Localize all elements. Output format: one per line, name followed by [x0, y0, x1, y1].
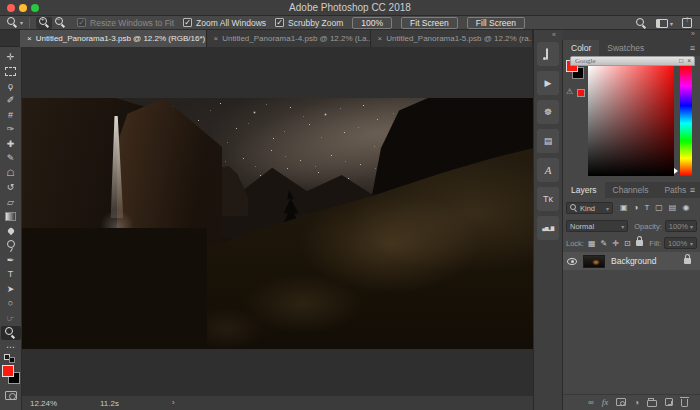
panel-tab[interactable]: Swatches	[599, 40, 652, 56]
close-tab-icon[interactable]: ×	[214, 34, 219, 43]
ellipse-tool[interactable]: ○	[1, 297, 21, 312]
delete-layer-icon[interactable]	[681, 399, 688, 407]
panel-menu-icon[interactable]: ≡	[690, 185, 695, 195]
status-options-chevron[interactable]: ›	[172, 398, 175, 407]
type-tool[interactable]: T	[1, 268, 21, 283]
link-layers-icon[interactable]: ∞	[588, 398, 594, 407]
filter-pin-icon[interactable]: ◉	[682, 204, 689, 212]
eraser-tool[interactable]: ▱	[1, 195, 21, 210]
filter-adjustment-layers-icon[interactable]: ◑	[634, 204, 639, 212]
path-selection-tool[interactable]: ➤	[1, 282, 21, 297]
history-panel-icon[interactable]	[537, 42, 559, 66]
clone-source-panel-icon[interactable]: ▤	[537, 129, 559, 153]
lock-artboard-icon[interactable]: ⊡	[624, 239, 631, 248]
add-layer-mask-icon[interactable]	[616, 398, 626, 406]
dodge-tool[interactable]	[1, 239, 21, 254]
status-bar: 12.24% 11.2s ›	[22, 396, 533, 410]
google-floating-window[interactable]: Google □ ×	[570, 56, 695, 66]
chevron-down-icon: ▾	[20, 19, 23, 26]
navigator-panel-icon[interactable]: ☸	[537, 100, 559, 124]
panel-tab[interactable]: Paths	[656, 182, 694, 198]
tool-preset-picker[interactable]: ▾	[7, 17, 23, 28]
google-restore-icon[interactable]: □	[679, 57, 683, 64]
move-tool[interactable]: ✛	[1, 50, 21, 65]
default-colors-icon[interactable]	[4, 354, 16, 362]
new-group-icon[interactable]	[647, 400, 657, 407]
panel-tab[interactable]: Layers	[563, 182, 605, 198]
lock-label: Lock:	[566, 239, 584, 248]
google-window-title: Google	[575, 57, 596, 65]
gamut-color-chip[interactable]	[577, 89, 585, 97]
layer-style-icon[interactable]: fx	[602, 397, 609, 407]
fit-screen-button[interactable]: Fit Screen	[401, 17, 458, 29]
blend-mode-dropdown[interactable]: Normal	[566, 220, 628, 232]
zoom-percentage-field[interactable]: 12.24%	[30, 399, 57, 408]
filter-pixel-layers-icon[interactable]: ▣	[620, 204, 628, 212]
layer-row-background[interactable]: Background	[563, 252, 700, 270]
search-icon[interactable]	[636, 18, 647, 29]
lock-image-icon[interactable]: ✎	[601, 239, 608, 248]
rectangular-marquee-tool[interactable]	[1, 65, 21, 80]
panel-icon-dock: « ▶ ☸ ▤ A	[533, 30, 562, 410]
lock-transparency-icon[interactable]: ▦	[588, 239, 596, 248]
gamut-warning-icon[interactable]: ⚠	[566, 87, 573, 96]
expand-panels-icon[interactable]: «	[552, 31, 556, 38]
chevron-down-icon: ▾	[670, 20, 673, 27]
brush-tool[interactable]: ✎	[1, 152, 21, 167]
zoom-out-button[interactable]: −	[52, 17, 68, 29]
pen-tool[interactable]: ✒	[1, 253, 21, 268]
filter-shape-layers-icon[interactable]: ▢	[655, 204, 663, 212]
layer-thumbnail[interactable]	[583, 255, 605, 268]
actions-panel-icon[interactable]: ▶	[537, 71, 559, 95]
lock-all-icon[interactable]	[636, 240, 643, 246]
eyedropper-tool[interactable]: ✑	[1, 123, 21, 138]
gradient-tool[interactable]	[1, 210, 21, 225]
blur-tool[interactable]	[1, 224, 21, 239]
zoom-100-button[interactable]: 100%	[352, 17, 392, 29]
opacity-dropdown[interactable]: 100%	[665, 220, 697, 232]
glyphs-panel-icon[interactable]: A	[537, 158, 559, 182]
document-canvas-image[interactable]	[22, 98, 533, 349]
quick-selection-tool[interactable]: ✐	[1, 94, 21, 109]
foreground-color-swatch[interactable]	[2, 365, 14, 377]
share-icon[interactable]	[682, 18, 692, 28]
new-adjustment-layer-icon[interactable]: ◑	[634, 398, 639, 407]
resize-windows-to-fit-checkbox[interactable]: Resize Windows to Fit	[77, 18, 174, 28]
hand-tool[interactable]: ☞	[1, 311, 21, 326]
panel-tab[interactable]: Channels	[605, 182, 657, 198]
workspace-icon	[656, 19, 668, 28]
filter-smart-objects-icon[interactable]: ▤	[669, 204, 677, 212]
lock-position-icon[interactable]: ✛	[612, 239, 619, 248]
character-styles-panel-icon[interactable]: Tᴋ	[537, 187, 559, 211]
layer-filter-dropdown[interactable]: Kind	[566, 202, 613, 214]
workspace-switcher[interactable]: ▾	[656, 19, 673, 28]
layer-visibility-eye-icon[interactable]	[567, 258, 577, 265]
close-tab-icon[interactable]: ×	[27, 34, 32, 43]
lasso-tool[interactable]: ϙ	[1, 79, 21, 94]
quick-mask-icon[interactable]	[5, 391, 17, 400]
zoom-in-button[interactable]: +	[36, 17, 52, 29]
close-tab-icon[interactable]: ×	[378, 34, 383, 43]
hue-slider[interactable]	[680, 66, 692, 176]
history-brush-tool[interactable]: ↺	[1, 181, 21, 196]
panel-menu-icon[interactable]: ≡	[690, 43, 695, 53]
scrubby-zoom-checkbox[interactable]: Scrubby Zoom	[275, 18, 343, 28]
zoom-all-windows-checkbox[interactable]: Zoom All Windows	[183, 18, 266, 28]
google-close-icon[interactable]: ×	[687, 57, 691, 64]
spot-healing-brush-tool[interactable]: ✚	[1, 137, 21, 152]
crop-tool[interactable]: #	[1, 108, 21, 123]
collapse-panels-icon[interactable]: »	[691, 30, 695, 37]
filter-type-layers-icon[interactable]: T	[644, 204, 649, 212]
saturation-brightness-field[interactable]	[588, 66, 674, 176]
clone-stamp-tool[interactable]: ☖	[1, 166, 21, 181]
fill-screen-button[interactable]: Fill Screen	[467, 17, 525, 29]
document-tab[interactable]: × Untitled_Panorama1-4.psb @ 12.2% (La..…	[207, 30, 371, 47]
document-tab[interactable]: × Untitled_Panorama1-3.psb @ 12.2% (RGB/…	[20, 30, 207, 47]
checkbox-icon	[183, 18, 192, 27]
new-layer-icon[interactable]	[665, 398, 673, 406]
histogram-panel-icon[interactable]: ▄▆▂▇	[537, 216, 559, 240]
zoom-tool[interactable]	[1, 326, 21, 341]
document-tab[interactable]: × Untitled_Panorama1-5.psb @ 12.2% (ra..…	[371, 30, 533, 47]
fill-dropdown[interactable]: 100%	[664, 237, 697, 249]
panel-tab[interactable]: Color	[563, 40, 599, 56]
